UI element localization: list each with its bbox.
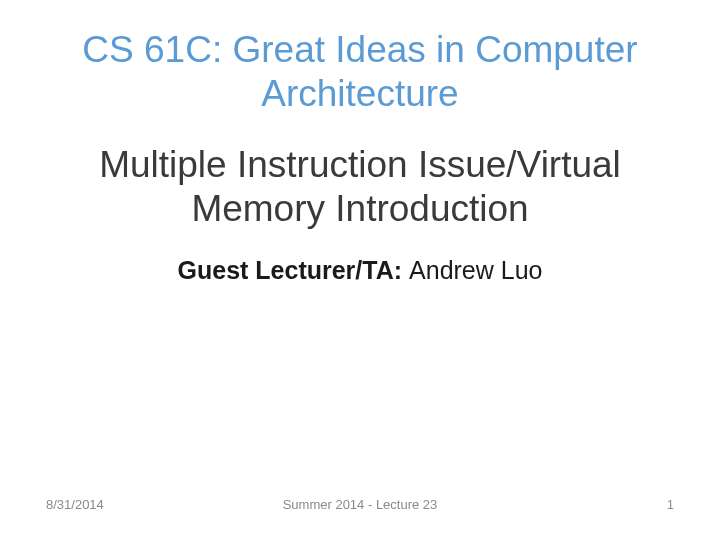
course-title: CS 61C: Great Ideas in Computer Architec… bbox=[60, 28, 660, 117]
lecturer-name: Andrew Luo bbox=[409, 256, 542, 284]
slide: CS 61C: Great Ideas in Computer Architec… bbox=[0, 0, 720, 540]
footer-page: 1 bbox=[667, 497, 674, 512]
lecturer-line: Guest Lecturer/TA: Andrew Luo bbox=[60, 256, 660, 285]
lecturer-label: Guest Lecturer/TA: bbox=[178, 256, 410, 284]
footer: 8/31/2014 Summer 2014 - Lecture 23 1 bbox=[0, 497, 720, 512]
footer-date: 8/31/2014 bbox=[46, 497, 104, 512]
footer-session: Summer 2014 - Lecture 23 bbox=[283, 497, 438, 512]
lecture-title: Multiple Instruction Issue/Virtual Memor… bbox=[60, 143, 660, 232]
